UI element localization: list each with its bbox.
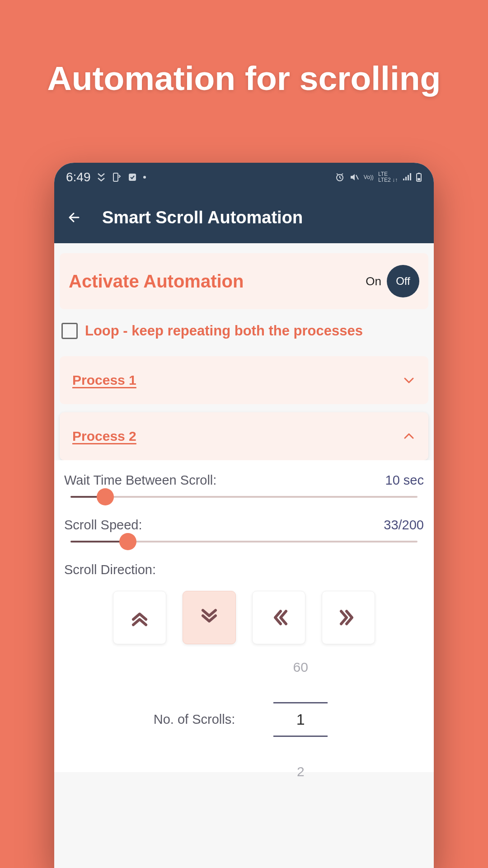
num-scrolls-row: No. of Scrolls: 60 1 2 xyxy=(64,667,424,772)
wait-time-value: 10 sec xyxy=(385,473,424,488)
double-chevron-down-icon xyxy=(197,605,222,630)
arrow-left-icon xyxy=(66,209,82,226)
loop-row[interactable]: Loop - keep repeating both the processes xyxy=(54,309,434,348)
lte-indicator-icon: LTELTE2 ↓↑ xyxy=(378,171,398,183)
shield-check-icon xyxy=(128,173,137,182)
wait-time-slider[interactable] xyxy=(70,496,418,498)
battery-icon xyxy=(416,172,422,182)
slider-thumb[interactable] xyxy=(97,488,114,505)
phone-frame: 6:49 Vo)) LTELTE2 ↓↑ xyxy=(54,163,434,868)
wait-time-label: Wait Time Between Scroll: xyxy=(64,473,216,488)
process-2-title: Process 2 xyxy=(72,429,136,444)
double-chevron-right-icon xyxy=(336,605,361,630)
dot-icon xyxy=(143,176,146,179)
chevron-up-icon xyxy=(402,429,416,443)
vowifi-icon: Vo)) xyxy=(364,175,374,180)
direction-up-button[interactable] xyxy=(113,591,166,644)
process-2-header[interactable]: Process 2 xyxy=(60,412,428,460)
content-scroll[interactable]: Activate Automation On Off Loop - keep r… xyxy=(54,243,434,868)
direction-left-button[interactable] xyxy=(252,591,305,644)
direction-right-button[interactable] xyxy=(322,591,375,644)
scroll-direction-group xyxy=(64,591,424,644)
toggle-on-label[interactable]: On xyxy=(366,274,381,288)
process-1-header[interactable]: Process 1 xyxy=(60,356,428,404)
slider-thumb[interactable] xyxy=(119,533,136,550)
phone-sync-icon xyxy=(112,172,122,182)
svg-rect-1 xyxy=(129,174,136,181)
scroll-speed-value: 33/200 xyxy=(384,518,424,533)
num-scrolls-next[interactable]: 2 xyxy=(297,758,305,786)
loop-label: Loop - keep repeating both the processes xyxy=(85,323,363,339)
scroll-speed-label: Scroll Speed: xyxy=(64,518,142,533)
process-2-body: Wait Time Between Scroll: 10 sec Scroll … xyxy=(54,460,434,772)
scroll-speed-slider[interactable] xyxy=(70,541,418,542)
status-time: 6:49 xyxy=(66,170,91,184)
chevron-down-icon xyxy=(402,373,416,387)
double-chevron-down-icon xyxy=(97,172,105,182)
num-scrolls-picker[interactable]: 60 1 2 xyxy=(267,667,334,772)
loop-checkbox[interactable] xyxy=(61,323,78,339)
svg-rect-4 xyxy=(418,173,420,174)
num-scrolls-label: No. of Scrolls: xyxy=(154,712,235,727)
svg-rect-0 xyxy=(113,173,118,181)
double-chevron-up-icon xyxy=(127,605,152,630)
scroll-direction-label: Scroll Direction: xyxy=(64,562,424,577)
direction-down-button[interactable] xyxy=(183,591,236,644)
back-button[interactable] xyxy=(63,207,85,228)
activate-automation-card: Activate Automation On Off xyxy=(60,253,428,309)
volume-mute-icon xyxy=(349,172,359,182)
num-scrolls-current[interactable]: 1 xyxy=(273,702,328,737)
signal-icon xyxy=(402,173,411,181)
activate-toggle[interactable]: On Off xyxy=(366,265,419,297)
app-bar: Smart Scroll Automation xyxy=(54,192,434,243)
scroll-speed-row: Scroll Speed: 33/200 xyxy=(64,518,424,542)
status-bar: 6:49 Vo)) LTELTE2 ↓↑ xyxy=(54,163,434,192)
promo-title: Automation for scrolling xyxy=(0,59,488,98)
double-chevron-left-icon xyxy=(266,605,291,630)
svg-rect-5 xyxy=(418,178,420,180)
app-title: Smart Scroll Automation xyxy=(102,208,425,227)
toggle-off-label[interactable]: Off xyxy=(387,265,419,297)
alarm-icon xyxy=(335,172,345,182)
num-scrolls-prev[interactable]: 60 xyxy=(293,653,308,681)
wait-time-row: Wait Time Between Scroll: 10 sec xyxy=(64,473,424,498)
process-1-title: Process 1 xyxy=(72,373,136,388)
activate-automation-label: Activate Automation xyxy=(69,271,244,292)
